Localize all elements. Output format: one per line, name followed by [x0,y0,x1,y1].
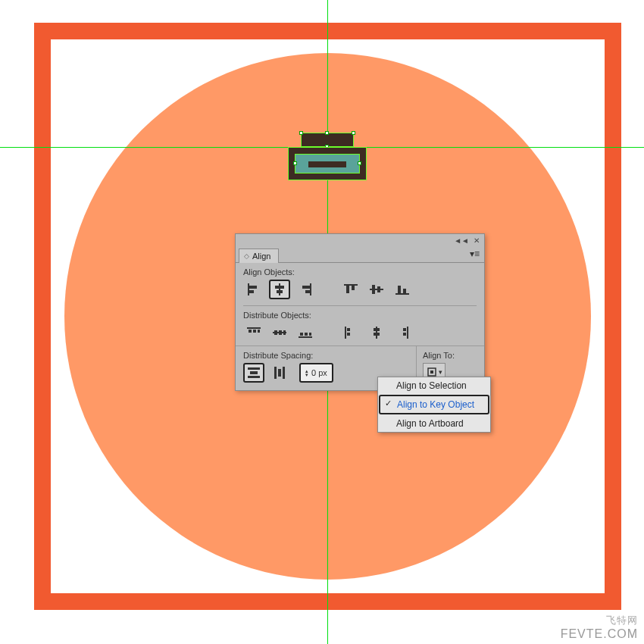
svg-rect-18 [247,327,261,329]
chevron-down-icon: ▾ [439,368,442,376]
dropdown-item-label: Align to Selection [396,380,467,391]
svg-rect-8 [305,290,310,293]
svg-rect-7 [302,286,310,289]
svg-rect-38 [403,333,406,336]
selection-handle-icon[interactable] [325,131,329,135]
stepper-arrows-icon[interactable]: ▴▾ [305,369,308,377]
section-align-objects: Align Objects: [236,263,484,302]
svg-rect-10 [346,286,349,293]
svg-rect-19 [249,330,252,333]
align-top-button[interactable] [340,280,361,299]
align-vertical-center-button[interactable] [366,280,387,299]
tab-align[interactable]: ◇ Align [239,249,279,263]
svg-rect-37 [403,328,406,331]
svg-rect-30 [345,327,346,339]
align-horizontal-center-button[interactable] [269,280,290,299]
svg-rect-13 [372,285,375,294]
selection-handle-icon[interactable] [299,131,303,135]
object-top-rect [301,133,354,147]
svg-rect-12 [370,289,383,290]
selection-handle-icon[interactable] [293,161,297,165]
svg-rect-27 [300,333,303,336]
svg-rect-25 [283,330,286,335]
align-to-dropdown-menu: Align to Selection ✓ Align to Key Object… [377,377,491,433]
svg-rect-41 [250,371,258,374]
svg-rect-46 [430,370,433,374]
selected-object[interactable] [288,133,367,180]
svg-rect-20 [253,330,256,333]
section-label: Align To: [423,351,478,360]
svg-rect-2 [249,290,254,293]
section-label: Align Objects: [243,267,477,277]
svg-rect-39 [248,367,260,370]
checkmark-icon: ✓ [385,399,392,408]
panel-titlebar[interactable]: ◄◄ ✕ [236,234,484,246]
dropdown-item-align-to-selection[interactable]: Align to Selection [378,377,490,394]
distribute-left-button[interactable] [340,323,361,342]
svg-rect-26 [299,336,312,338]
dropdown-item-label: Align to Key Object [397,399,474,410]
svg-rect-17 [403,289,406,293]
distribute-vertical-center-button[interactable] [269,323,290,342]
svg-rect-42 [274,367,277,379]
svg-rect-43 [283,367,285,379]
object-slot [295,154,360,174]
panel-flyout-menu-icon[interactable]: ▾≡ [470,249,480,259]
spacing-value-text: 0 px [311,368,327,377]
svg-rect-15 [395,293,409,295]
watermark-line1: 飞特网 [561,614,638,627]
watermark: 飞特网 FEVTE.COM [561,614,638,641]
svg-rect-28 [305,333,308,336]
watermark-line2: FEVTE.COM [561,627,638,641]
selection-handle-icon[interactable] [358,161,361,165]
svg-rect-35 [374,333,380,336]
svg-rect-44 [278,369,281,377]
svg-rect-3 [279,283,280,295]
align-right-button[interactable] [295,280,316,299]
svg-rect-34 [374,328,380,331]
svg-rect-29 [309,333,311,336]
distribute-horizontal-center-button[interactable] [366,323,387,342]
svg-rect-32 [347,333,350,336]
align-left-button[interactable] [243,280,264,299]
svg-rect-21 [258,330,260,333]
svg-rect-14 [377,286,380,292]
svg-rect-16 [398,286,401,293]
tab-label: Align [252,252,270,261]
distribute-bottom-button[interactable] [295,323,316,342]
svg-rect-5 [277,290,283,293]
distribute-horizontal-spacing-button[interactable] [269,363,290,383]
panel-tab-strip: ◇ Align ▾≡ [236,246,484,263]
svg-rect-11 [352,286,355,290]
tab-grabber-icon: ◇ [244,252,249,260]
svg-rect-9 [344,284,358,286]
align-bottom-button[interactable] [392,280,413,299]
spacing-value-input[interactable]: ▴▾ 0 px [299,363,333,383]
distribute-vertical-spacing-button[interactable] [243,363,264,383]
distribute-right-button[interactable] [392,323,413,342]
object-body-rect [288,147,367,180]
svg-rect-1 [249,286,257,289]
align-panel: ◄◄ ✕ ◇ Align ▾≡ Align Objects: [235,233,485,391]
close-icon[interactable]: ✕ [474,236,480,245]
svg-rect-24 [279,330,282,335]
collapse-icon[interactable]: ◄◄ [454,236,469,245]
distribute-top-button[interactable] [243,323,264,342]
dropdown-item-label: Align to Artboard [396,418,464,429]
dropdown-item-align-to-artboard[interactable]: Align to Artboard [378,415,490,432]
svg-rect-36 [407,327,408,339]
selection-handle-icon[interactable] [352,131,355,135]
section-label: Distribute Objects: [243,311,477,320]
svg-rect-31 [347,328,350,331]
dropdown-item-align-to-key-object[interactable]: ✓ Align to Key Object [379,395,489,414]
svg-rect-23 [274,330,277,335]
svg-rect-6 [310,283,311,295]
section-label: Distribute Spacing: [243,351,408,360]
align-to-key-object-icon [427,367,437,377]
svg-rect-4 [275,286,284,289]
svg-rect-40 [248,376,260,378]
svg-rect-0 [248,283,249,295]
section-distribute-objects: Distribute Objects: [236,306,484,345]
selection-handle-icon[interactable] [325,161,329,165]
